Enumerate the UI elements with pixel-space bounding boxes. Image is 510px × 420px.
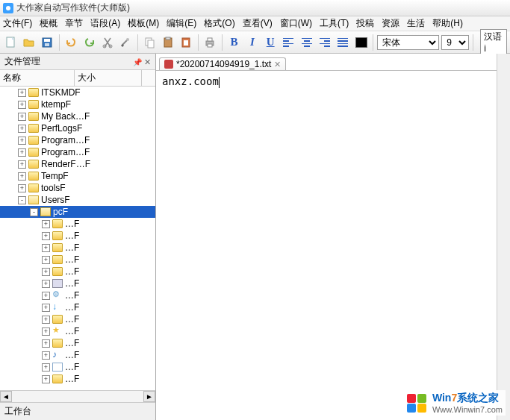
tree-node[interactable]: +…F <box>0 278 155 289</box>
tree-node[interactable]: +…F <box>0 373 155 385</box>
undo-button[interactable] <box>63 34 79 51</box>
tree-node[interactable]: +My Back…F <box>0 110 155 122</box>
expand-toggle[interactable]: + <box>42 232 50 240</box>
expand-toggle[interactable]: - <box>30 208 38 216</box>
expand-toggle[interactable]: + <box>42 363 50 372</box>
expand-toggle[interactable]: + <box>42 304 50 312</box>
font-color-button[interactable] <box>353 34 369 51</box>
tree-node[interactable]: +ITSKMDF <box>0 87 155 98</box>
editor-tab[interactable]: *20200714094919_1.txt ✕ <box>159 57 286 70</box>
copy-button[interactable] <box>142 34 158 51</box>
clipboard-button[interactable] <box>178 34 193 51</box>
tree-node[interactable]: +PerfLogsF <box>0 122 155 134</box>
bold-button[interactable]: B <box>226 34 242 51</box>
menu-item[interactable]: 查看(V) <box>243 17 273 30</box>
expand-toggle[interactable]: + <box>18 89 26 97</box>
expand-toggle[interactable]: + <box>42 327 50 336</box>
align-justify-button[interactable] <box>335 34 351 51</box>
expand-toggle[interactable]: + <box>18 148 26 157</box>
menu-item[interactable]: 窗口(W) <box>280 17 312 30</box>
new-file-button[interactable] <box>3 34 19 51</box>
file-tree[interactable]: +ITSKMDF+ktempF+My Back…F+PerfLogsF+Prog… <box>0 87 155 390</box>
cut-button[interactable] <box>99 34 115 51</box>
tree-node[interactable]: +…F <box>0 313 155 325</box>
expand-toggle[interactable]: + <box>42 375 50 383</box>
tree-node[interactable]: +…F <box>0 266 155 278</box>
expand-toggle[interactable]: + <box>42 351 50 360</box>
save-button[interactable] <box>40 34 55 51</box>
expand-toggle[interactable]: + <box>18 184 26 192</box>
menu-item[interactable]: 生活 <box>407 17 425 30</box>
tree-node[interactable]: +…F <box>0 337 155 349</box>
redo-button[interactable] <box>81 34 97 51</box>
font-size-combo[interactable]: 9 <box>441 35 469 50</box>
expand-toggle[interactable]: + <box>42 256 50 264</box>
menu-item[interactable]: 资源 <box>382 17 399 30</box>
menu-item[interactable]: 语段(A) <box>90 17 120 30</box>
scroll-right-arrow[interactable]: ► <box>143 391 155 402</box>
tree-node[interactable]: +…F <box>0 361 155 373</box>
settings-button[interactable] <box>118 34 134 51</box>
menu-item[interactable]: 编辑(E) <box>167 17 196 30</box>
close-panel-icon[interactable]: ✕ <box>144 57 151 66</box>
tree-node[interactable]: -UsersF <box>0 194 155 206</box>
open-file-button[interactable] <box>21 34 37 51</box>
workbench-tab[interactable]: 工作台 <box>0 402 155 420</box>
tree-node[interactable]: +Program…F <box>0 146 155 158</box>
paste-button[interactable] <box>160 34 175 51</box>
expand-toggle[interactable]: + <box>18 113 26 121</box>
tree-node[interactable]: +RenderF…F <box>0 158 155 170</box>
menu-item[interactable]: 投稿 <box>356 17 374 30</box>
expand-toggle[interactable]: + <box>42 280 50 288</box>
tree-node[interactable]: +Program…F <box>0 134 155 146</box>
italic-button[interactable]: I <box>244 34 260 51</box>
col-attr[interactable] <box>142 70 155 86</box>
close-tab-icon[interactable]: ✕ <box>274 60 281 69</box>
expand-toggle[interactable]: + <box>42 244 50 252</box>
underline-button[interactable]: U <box>263 34 279 51</box>
expand-toggle[interactable]: + <box>18 101 26 109</box>
tree-node[interactable]: +ktempF <box>0 98 155 110</box>
menu-item[interactable]: 文件(F) <box>3 17 32 30</box>
tree-node[interactable]: +…F <box>0 230 155 242</box>
align-left-button[interactable] <box>281 34 296 51</box>
expand-toggle[interactable]: + <box>42 339 50 348</box>
scroll-left-arrow[interactable]: ◄ <box>0 391 12 402</box>
col-size[interactable]: 大小 <box>75 70 142 86</box>
menu-item[interactable]: 工具(T) <box>320 17 349 30</box>
expand-toggle[interactable]: + <box>18 160 26 169</box>
menu-item[interactable]: 帮助(H) <box>432 17 463 30</box>
vertical-scrollbar[interactable] <box>497 54 510 420</box>
language-button[interactable]: 汉语i <box>480 29 507 55</box>
tree-node[interactable]: +TempF <box>0 170 155 182</box>
align-right-button[interactable] <box>317 34 332 51</box>
tree-node[interactable]: +…F <box>0 242 155 254</box>
print-button[interactable] <box>202 34 218 51</box>
scroll-track[interactable] <box>12 391 143 402</box>
tree-node[interactable]: +…F <box>0 254 155 266</box>
expand-toggle[interactable]: + <box>42 220 50 228</box>
text-editor[interactable]: anxz.coom <box>156 70 497 420</box>
menu-item[interactable]: 梗概 <box>40 17 57 30</box>
menu-item[interactable]: 格式(O) <box>204 17 234 30</box>
menu-item[interactable]: 模板(M) <box>128 17 159 30</box>
tree-node[interactable]: +toolsF <box>0 182 155 194</box>
menu-item[interactable]: 章节 <box>65 17 83 30</box>
font-family-combo[interactable]: 宋体 <box>377 35 439 50</box>
tree-node[interactable]: +…F <box>0 325 155 337</box>
col-name[interactable]: 名称 <box>0 70 75 86</box>
align-center-button[interactable] <box>299 34 314 51</box>
tree-node[interactable]: +…F <box>0 301 155 313</box>
tree-node[interactable]: +…F <box>0 289 155 301</box>
expand-toggle[interactable]: + <box>18 172 26 181</box>
expand-toggle[interactable]: + <box>42 268 50 276</box>
expand-toggle[interactable]: - <box>18 196 26 204</box>
tree-node[interactable]: -pcF <box>0 206 155 218</box>
expand-toggle[interactable]: + <box>18 125 26 133</box>
expand-toggle[interactable]: + <box>42 292 50 300</box>
pin-icon[interactable]: 📌 <box>133 58 142 66</box>
expand-toggle[interactable]: + <box>18 137 26 145</box>
tree-node[interactable]: +…F <box>0 349 155 361</box>
tree-node[interactable]: +…F <box>0 218 155 230</box>
horizontal-scrollbar[interactable]: ◄ ► <box>0 390 155 402</box>
